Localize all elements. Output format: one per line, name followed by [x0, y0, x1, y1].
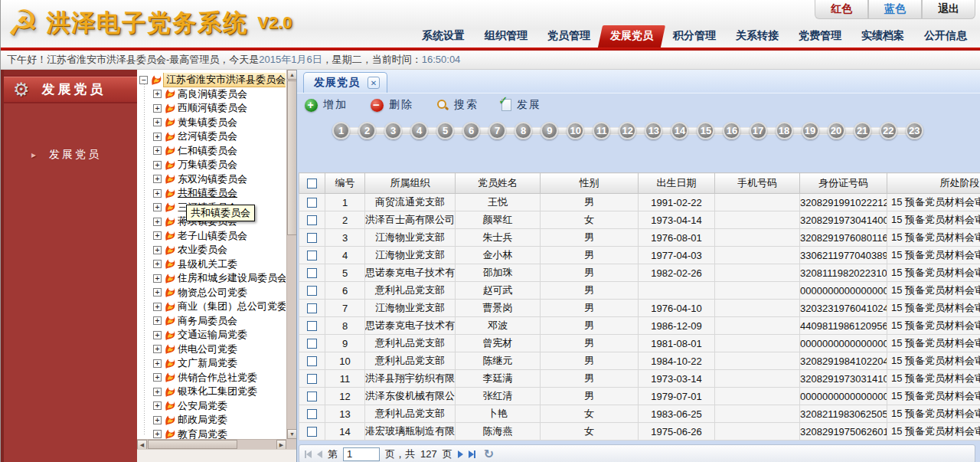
- stage-step-6[interactable]: 6: [462, 122, 480, 139]
- table-row[interactable]: 6意利礼品党支部赵可武男000000000000000015 预备党员材料会审: [299, 282, 980, 300]
- theme-link-蓝色[interactable]: 蓝色: [868, 0, 922, 19]
- table-row[interactable]: 1商贸流通党支部王悦男1991-02-223208291991022212371…: [299, 194, 980, 211]
- vertical-scroll-thumb[interactable]: [287, 80, 297, 235]
- expand-icon[interactable]: +: [153, 118, 162, 126]
- nav-党员管理[interactable]: 党员管理: [537, 25, 600, 48]
- tree-node-label[interactable]: 仁和镇委员会: [178, 144, 237, 158]
- tree-node[interactable]: + 住房和城乡建设局委员会: [153, 271, 286, 286]
- nav-组织管理[interactable]: 组织管理: [475, 25, 537, 48]
- toolbar-delete-button[interactable]: −删除: [371, 98, 413, 112]
- row-checkbox[interactable]: [307, 251, 317, 260]
- stage-step-8[interactable]: 8: [514, 122, 532, 139]
- horizontal-scroll-thumb[interactable]: [148, 440, 237, 449]
- expand-icon[interactable]: +: [153, 218, 162, 226]
- stage-step-9[interactable]: 9: [541, 122, 558, 139]
- expand-icon[interactable]: +: [153, 388, 162, 396]
- tree-node[interactable]: + 西顺河镇委员会: [153, 101, 286, 116]
- tree-node[interactable]: + 农业委员会: [153, 243, 286, 257]
- stage-step-14[interactable]: 14: [671, 122, 688, 139]
- expand-icon[interactable]: +: [153, 430, 162, 438]
- expand-icon[interactable]: +: [153, 345, 162, 353]
- tree-node[interactable]: + 县级机关工委: [153, 257, 286, 272]
- row-checkbox[interactable]: [307, 303, 317, 313]
- tree-node-label[interactable]: 黄集镇委员会: [178, 116, 237, 129]
- tree-node-label[interactable]: 商业（集团）总公司党委: [178, 300, 286, 313]
- stage-step-17[interactable]: 17: [750, 122, 767, 139]
- tree-node[interactable]: + 邮政局党委: [153, 413, 286, 428]
- theme-link-红色[interactable]: 红色: [815, 0, 868, 19]
- table-row[interactable]: 12洪泽东俊机械有限公司张红清男1979-07-0100000000000000…: [299, 388, 980, 405]
- table-row[interactable]: 7江海物业党支部曹景岗男1976-04-10320323197604102452…: [299, 300, 980, 317]
- expand-icon[interactable]: +: [153, 146, 162, 155]
- table-row[interactable]: 13意利礼品党支部卜艳女1983-06-25320821198306250544…: [299, 405, 980, 423]
- expand-icon[interactable]: +: [153, 331, 162, 339]
- expand-icon[interactable]: +: [153, 90, 162, 98]
- expand-icon[interactable]: +: [153, 203, 162, 211]
- stage-step-22[interactable]: 22: [880, 122, 897, 139]
- tree-node[interactable]: + 高良涧镇委员会: [153, 87, 286, 102]
- table-row[interactable]: 14港宏玻璃瓶制造有限公司陈海燕女1975-06-263208291975062…: [299, 423, 980, 441]
- stage-step-16[interactable]: 16: [723, 122, 740, 139]
- first-page-button[interactable]: [305, 451, 312, 458]
- row-checkbox[interactable]: [307, 286, 317, 296]
- refresh-icon[interactable]: ↻: [484, 447, 494, 461]
- stage-step-3[interactable]: 3: [384, 122, 402, 139]
- tree-node-label[interactable]: 高良涧镇委员会: [178, 87, 247, 101]
- sidebar-item-develop-members[interactable]: ▸ 发展党员: [4, 148, 137, 162]
- row-checkbox[interactable]: [307, 356, 317, 366]
- tab-close-icon[interactable]: ✕: [368, 77, 380, 89]
- tree-node-label[interactable]: 岔河镇委员会: [178, 129, 237, 143]
- tree-node[interactable]: + 黄集镇委员会: [153, 116, 286, 130]
- nav-积分管理[interactable]: 积分管理: [663, 25, 726, 48]
- tree-node-label[interactable]: 供销合作总社党委: [178, 371, 257, 385]
- expand-icon[interactable]: +: [153, 175, 162, 183]
- tree-node[interactable]: + 教育局党委: [153, 428, 286, 440]
- tree-node[interactable]: + 文广新局党委: [153, 356, 286, 371]
- stage-step-12[interactable]: 12: [619, 122, 636, 139]
- tree-node-label[interactable]: 公安局党委: [178, 399, 227, 413]
- tree-node-label[interactable]: 银珠化工集团党委: [178, 385, 257, 398]
- next-page-button[interactable]: [458, 451, 463, 458]
- previous-page-button[interactable]: [317, 451, 322, 458]
- tree-node-label[interactable]: 共和镇委员会: [178, 186, 237, 200]
- expand-icon[interactable]: +: [153, 303, 162, 311]
- stage-step-20[interactable]: 20: [828, 122, 845, 139]
- row-checkbox[interactable]: [307, 215, 317, 225]
- nav-系统设置[interactable]: 系统设置: [412, 25, 475, 48]
- tree-node[interactable]: + 东双沟镇委员会: [153, 172, 286, 187]
- select-all-checkbox[interactable]: [307, 179, 317, 188]
- tree-node-label[interactable]: 商务局委员会: [178, 314, 237, 328]
- expand-icon[interactable]: +: [153, 359, 162, 368]
- tree-root-node[interactable]: − 江苏省淮安市洪泽县委员会: [139, 73, 286, 87]
- stage-step-7[interactable]: 7: [488, 122, 506, 139]
- collapse-icon[interactable]: −: [139, 76, 148, 84]
- stage-step-5[interactable]: 5: [436, 122, 454, 139]
- expand-icon[interactable]: +: [153, 104, 162, 113]
- tree-node[interactable]: + 供销合作总社党委: [153, 371, 286, 385]
- expand-icon[interactable]: +: [153, 316, 162, 325]
- tree-node-label[interactable]: 县级机关工委: [178, 257, 237, 271]
- tree-node[interactable]: + 老子山镇委员会: [153, 229, 286, 244]
- tree-node-label[interactable]: 供电公司党委: [178, 342, 237, 356]
- expand-icon[interactable]: +: [153, 260, 162, 268]
- tree-node-label[interactable]: 农业委员会: [178, 243, 227, 257]
- stage-step-21[interactable]: 21: [854, 122, 871, 139]
- tree-node-label[interactable]: 西顺河镇委员会: [178, 101, 247, 115]
- tree-node[interactable]: + 商业（集团）总公司党委: [153, 300, 286, 314]
- scroll-down-icon[interactable]: ▼: [287, 429, 297, 439]
- table-row[interactable]: 10意利礼品党支部陈继元男1984-10-2232082919841022045…: [299, 352, 980, 370]
- toolbar-develop-button[interactable]: ✓发展: [501, 98, 541, 112]
- expand-icon[interactable]: +: [153, 133, 162, 141]
- scroll-up-icon[interactable]: ▲: [287, 70, 297, 80]
- table-row[interactable]: 5思诺泰克电子技术有限公司邵加珠男1982-02-263208111982022…: [299, 264, 980, 282]
- expand-icon[interactable]: +: [153, 161, 162, 169]
- stage-step-2[interactable]: 2: [358, 122, 376, 139]
- row-checkbox[interactable]: [307, 233, 317, 243]
- expand-icon[interactable]: +: [153, 246, 162, 254]
- tree-node-label[interactable]: 住房和城乡建设局委员会: [178, 271, 286, 285]
- expand-icon[interactable]: +: [153, 274, 162, 283]
- row-checkbox[interactable]: [307, 409, 317, 419]
- row-checkbox[interactable]: [307, 392, 317, 401]
- row-checkbox[interactable]: [307, 374, 317, 384]
- stage-step-23[interactable]: 23: [906, 122, 923, 139]
